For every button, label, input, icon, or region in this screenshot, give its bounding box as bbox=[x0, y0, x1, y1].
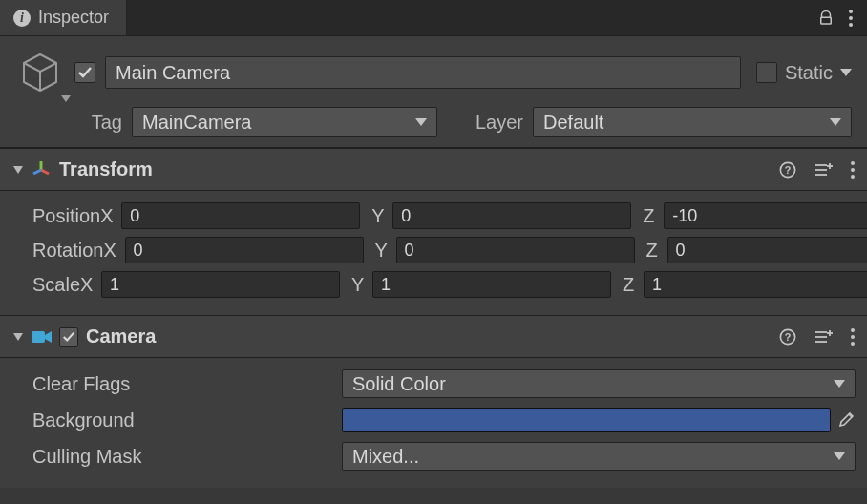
svg-point-3 bbox=[849, 23, 853, 27]
camera-icon bbox=[31, 328, 53, 346]
culling-mask-row: Culling Mask Mixed... bbox=[11, 438, 856, 474]
enabled-checkbox[interactable] bbox=[74, 62, 95, 83]
axis-y-label: Y bbox=[351, 274, 367, 296]
clear-flags-row: Clear Flags Solid Color bbox=[11, 366, 856, 402]
svg-point-25 bbox=[851, 328, 855, 332]
clear-flags-value: Solid Color bbox=[352, 373, 446, 395]
svg-rect-0 bbox=[821, 17, 832, 24]
axis-z-label: Z bbox=[643, 205, 658, 227]
preset-icon[interactable] bbox=[814, 328, 833, 346]
camera-header-right: ? bbox=[779, 327, 856, 346]
kebab-menu-icon[interactable] bbox=[850, 160, 856, 179]
svg-point-15 bbox=[851, 168, 855, 172]
svg-text:?: ? bbox=[785, 163, 792, 175]
transform-header[interactable]: Transform ? bbox=[0, 149, 867, 191]
camera-component: Camera ? Clear Flags Solid Color Bac bbox=[0, 315, 867, 488]
background-row: Background bbox=[11, 402, 856, 438]
axis-x-label: X bbox=[80, 274, 95, 296]
camera-enabled-checkbox[interactable] bbox=[59, 327, 78, 346]
help-icon[interactable]: ? bbox=[779, 161, 796, 178]
camera-properties: Clear Flags Solid Color Background Culli… bbox=[0, 358, 867, 488]
gameobject-name-input[interactable] bbox=[105, 56, 741, 89]
chevron-down-icon bbox=[830, 117, 841, 127]
gameobject-cube-icon[interactable] bbox=[15, 48, 65, 97]
tag-value: MainCamera bbox=[142, 112, 251, 134]
scale-z-input[interactable] bbox=[644, 271, 867, 298]
background-color-field[interactable] bbox=[342, 408, 831, 432]
clear-flags-dropdown[interactable]: Solid Color bbox=[342, 369, 856, 398]
culling-mask-dropdown[interactable]: Mixed... bbox=[342, 442, 856, 471]
scale-row: Scale X Y Z bbox=[11, 267, 856, 302]
rotation-z-input[interactable] bbox=[667, 237, 868, 263]
svg-line-5 bbox=[41, 170, 49, 174]
inspector-tabbar: i Inspector bbox=[0, 0, 867, 36]
kebab-menu-icon[interactable] bbox=[848, 9, 854, 28]
position-label: Position bbox=[11, 205, 100, 227]
tag-label: Tag bbox=[80, 112, 122, 134]
transform-component: Transform ? Position X Y Z Rotation bbox=[0, 148, 867, 315]
svg-point-16 bbox=[851, 175, 855, 178]
svg-text:?: ? bbox=[785, 330, 792, 342]
chevron-down-icon bbox=[834, 379, 845, 388]
axis-y-label: Y bbox=[371, 205, 387, 227]
chevron-down-icon bbox=[61, 95, 71, 103]
eyedropper-icon[interactable] bbox=[836, 410, 856, 430]
svg-line-6 bbox=[33, 170, 41, 174]
rotation-x-input[interactable] bbox=[125, 237, 364, 263]
axis-x-label: X bbox=[100, 205, 116, 227]
background-label: Background bbox=[11, 410, 342, 431]
layer-label: Layer bbox=[476, 112, 523, 134]
axis-z-label: Z bbox=[646, 240, 662, 262]
lock-icon[interactable] bbox=[817, 10, 835, 27]
static-block: Static bbox=[751, 62, 852, 84]
position-z-input[interactable] bbox=[664, 202, 867, 229]
transform-header-right: ? bbox=[779, 160, 856, 179]
axis-z-label: Z bbox=[623, 274, 638, 296]
scale-x-input[interactable] bbox=[101, 271, 340, 298]
position-y-input[interactable] bbox=[392, 202, 631, 229]
scale-label: Scale bbox=[11, 274, 80, 296]
position-x-input[interactable] bbox=[121, 202, 360, 229]
axis-x-label: X bbox=[104, 240, 119, 262]
static-label: Static bbox=[785, 62, 833, 84]
chevron-down-icon bbox=[834, 452, 845, 461]
transform-properties: Position X Y Z Rotation X Y Z Scale X Y … bbox=[0, 191, 867, 315]
chevron-down-icon[interactable] bbox=[840, 68, 852, 77]
help-icon[interactable]: ? bbox=[779, 328, 796, 346]
svg-point-1 bbox=[849, 10, 853, 13]
transform-title: Transform bbox=[59, 158, 779, 180]
tabbar-right bbox=[804, 0, 867, 35]
static-checkbox[interactable] bbox=[756, 62, 777, 83]
axis-y-label: Y bbox=[375, 240, 391, 262]
gameobject-row2: Tag MainCamera Layer Default bbox=[15, 107, 852, 137]
kebab-menu-icon[interactable] bbox=[850, 327, 856, 346]
svg-point-27 bbox=[851, 342, 855, 346]
clear-flags-label: Clear Flags bbox=[11, 373, 342, 395]
tabbar-spacer bbox=[127, 0, 804, 35]
svg-point-14 bbox=[851, 161, 855, 165]
inspector-tab-label: Inspector bbox=[38, 8, 109, 28]
rotation-label: Rotation bbox=[11, 240, 104, 262]
foldout-icon bbox=[11, 164, 25, 176]
transform-icon bbox=[31, 159, 52, 180]
info-icon: i bbox=[13, 10, 31, 27]
tag-dropdown[interactable]: MainCamera bbox=[132, 107, 437, 137]
camera-title: Camera bbox=[86, 326, 779, 347]
scale-y-input[interactable] bbox=[372, 271, 611, 298]
position-row: Position X Y Z bbox=[11, 199, 856, 233]
gameobject-row1: Static bbox=[15, 48, 852, 97]
culling-mask-label: Culling Mask bbox=[11, 446, 342, 468]
camera-header[interactable]: Camera ? bbox=[0, 316, 867, 358]
foldout-icon bbox=[11, 331, 25, 343]
culling-mask-value: Mixed... bbox=[352, 446, 419, 468]
layer-value: Default bbox=[543, 112, 603, 134]
preset-icon[interactable] bbox=[814, 161, 833, 178]
chevron-down-icon bbox=[415, 117, 427, 127]
svg-point-26 bbox=[851, 335, 855, 339]
inspector-tab[interactable]: i Inspector bbox=[0, 0, 127, 35]
svg-rect-17 bbox=[32, 331, 45, 343]
gameobject-header: Static Tag MainCamera Layer Default bbox=[0, 36, 867, 148]
layer-dropdown[interactable]: Default bbox=[533, 107, 852, 137]
rotation-row: Rotation X Y Z bbox=[11, 233, 856, 267]
rotation-y-input[interactable] bbox=[396, 237, 635, 263]
